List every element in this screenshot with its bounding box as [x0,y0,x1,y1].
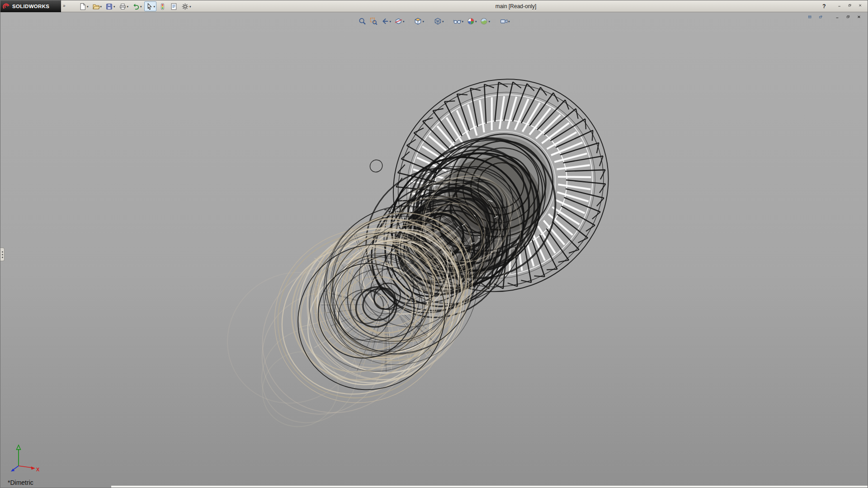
help-icon: ? [822,3,826,9]
main-toolbar: ▾▾▾▾▾▾▾ [77,1,193,12]
minimize-icon [838,4,843,9]
x-axis-arrow: X [19,466,40,472]
zoom-to-fit-icon [358,17,366,25]
tile-window-icon [808,15,813,20]
dropdown-arrow-icon[interactable]: ▾ [389,20,391,23]
file-properties-button[interactable] [169,1,179,11]
zoom-to-area-button[interactable] [368,16,378,27]
dropdown-arrow-icon[interactable]: ▾ [442,20,444,23]
display-style-icon [434,17,442,25]
apply-scene-icon [480,17,488,25]
close-document-icon [857,15,863,20]
dropdown-arrow-icon[interactable]: ▾ [403,20,405,23]
hide-show-items-icon [453,17,462,25]
undo-icon [132,3,140,10]
solidworks-window: SOLIDWORKS » ▾▾▾▾▾▾▾ main [Read-only] ? … [0,0,868,488]
display-style-button[interactable]: ▾ [433,16,445,27]
previous-view-button[interactable]: ▾ [380,16,392,27]
restore-document-icon [846,15,852,20]
dropdown-arrow-icon[interactable]: ▾ [154,5,156,8]
orientation-triad: X [7,441,43,477]
close-document-button[interactable] [855,14,864,21]
dropdown-arrow-icon[interactable]: ▾ [489,20,491,23]
view-settings-button[interactable]: ▾ [499,16,511,27]
save-button[interactable]: ▾ [104,1,117,11]
status-bar-strip [111,485,868,488]
select-icon [146,3,153,10]
minimize-document-button[interactable] [834,14,842,21]
dropdown-arrow-icon[interactable]: ▾ [87,5,89,8]
hide-show-items-button[interactable]: ▾ [453,16,465,27]
engine-model-wireframe [0,12,868,488]
z-axis-arrow [11,466,19,472]
new-document-button[interactable]: ▾ [77,1,90,11]
edit-appearance-icon [467,17,475,25]
graphics-viewport[interactable]: ▾▾▾▾▾▾▾▾ X *Dimetric [0,12,868,488]
restore-document-button[interactable] [844,14,853,21]
dassault-logo-icon [3,3,10,10]
document-window-controls [806,14,864,21]
tile-window-button[interactable] [806,14,815,21]
y-axis-arrow [17,445,21,466]
file-properties-icon [170,3,178,10]
save-icon [105,3,113,10]
dropdown-arrow-icon[interactable]: ▾ [113,5,115,8]
print-icon [119,3,127,10]
zoom-to-fit-button[interactable] [357,16,367,27]
options-icon [181,3,189,10]
new-document-icon [79,3,86,10]
apply-scene-button[interactable]: ▾ [479,16,491,27]
dropdown-arrow-icon[interactable]: ▾ [475,20,477,23]
zoom-to-area-icon [369,17,377,25]
open-document-icon [92,3,100,10]
open-document-button[interactable]: ▾ [91,1,104,11]
titlebar: SOLIDWORKS » ▾▾▾▾▾▾▾ main [Read-only] ? [0,0,868,12]
solidworks-logo: SOLIDWORKS [0,0,61,12]
view-orientation-button[interactable]: ▾ [413,16,425,27]
float-window-icon [819,15,824,20]
document-title: main [Read-only] [495,3,537,9]
dropdown-arrow-icon[interactable]: ▾ [140,5,142,8]
float-window-button[interactable] [817,14,826,21]
view-orientation-label: *Dimetric [8,479,33,486]
select-button[interactable]: ▾ [144,1,157,11]
headsup-toolbar: ▾▾▾▾▾▾▾▾ [357,16,510,27]
section-view-icon [394,17,402,25]
close-icon [859,4,863,9]
rebuild-icon [159,3,166,10]
minimize-document-icon [835,15,841,20]
view-orientation-icon [414,17,422,25]
view-settings-icon [500,17,508,25]
dropdown-arrow-icon[interactable]: ▾ [422,20,424,23]
edit-appearance-button[interactable]: ▾ [466,16,478,27]
featuremanager-splitter-handle[interactable] [0,248,5,261]
brand-text: SOLIDWORKS [12,4,49,9]
dropdown-arrow-icon[interactable]: ▾ [127,5,129,8]
section-view-button[interactable]: ▾ [393,16,406,27]
minimize-button[interactable] [835,2,844,10]
rebuild-button[interactable] [157,1,168,11]
restore-button[interactable] [846,2,855,10]
options-button[interactable]: ▾ [180,1,193,11]
restore-icon [848,4,853,9]
x-axis-label: X [36,467,40,472]
dropdown-arrow-icon[interactable]: ▾ [508,20,510,23]
previous-view-icon [381,17,389,25]
help-button[interactable]: ? [820,2,829,10]
window-controls: ? [820,2,865,10]
dropdown-arrow-icon[interactable]: ▾ [100,5,102,8]
dropdown-arrow-icon[interactable]: ▾ [462,20,464,23]
dropdown-arrow-icon[interactable]: ▾ [189,5,191,8]
close-button[interactable] [856,2,865,10]
undo-button[interactable]: ▾ [131,1,143,11]
print-button[interactable]: ▾ [118,1,130,11]
toolbar-overflow-chevron[interactable]: » [63,3,66,8]
